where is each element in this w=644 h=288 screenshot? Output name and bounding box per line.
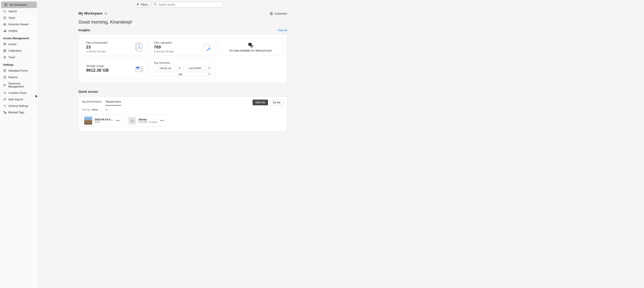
more-icon[interactable]: •••: [160, 119, 164, 123]
insights-title: Insights: [78, 29, 90, 32]
svg-rect-15: [4, 50, 4, 51]
insights-header: Insights View all: [78, 29, 287, 32]
tabs: My pinned itemsShared items: [82, 99, 121, 106]
sort-direction-icon[interactable]: [105, 108, 108, 111]
content: My Workspace Customize Good morning, Kir…: [38, 9, 325, 139]
sidebar-item-insights[interactable]: Insights: [0, 28, 38, 34]
info-icon[interactable]: [104, 12, 107, 15]
collections-icon: [3, 49, 6, 53]
folder-icon: [128, 117, 136, 125]
more-icon[interactable]: •••: [116, 119, 120, 123]
view-all-link[interactable]: View all: [278, 29, 287, 32]
insight-delivery: No Data Available for deliveryCount: [218, 38, 283, 56]
main-area: Filters My Workspace Customize: [38, 0, 644, 288]
search-box[interactable]: [152, 2, 223, 7]
svg-rect-49: [135, 70, 143, 72]
tab-my-pinned-items[interactable]: My pinned items: [82, 99, 102, 106]
sidebar-item-my-workspace[interactable]: My Workspace: [1, 2, 37, 8]
sidebar-item-tasks[interactable]: Tasks: [0, 15, 38, 21]
sidebar-item-trash[interactable]: Trash: [0, 54, 38, 61]
toggle-by-me[interactable]: By Me: [270, 100, 283, 105]
tab-shared-items[interactable]: Shared items: [106, 99, 121, 106]
sidebar-item-search[interactable]: Search: [0, 8, 38, 15]
search-tag[interactable]: jpg3: [154, 72, 212, 76]
taxonomy-icon: [3, 83, 6, 87]
svg-rect-0: [5, 4, 7, 6]
tabs-row: My pinned itemsShared items With MeBy Me: [82, 99, 283, 106]
gear-icon: [3, 104, 6, 108]
tag-count: 3: [207, 66, 212, 70]
chevron-down-icon[interactable]: [100, 109, 102, 111]
tag-count: 4: [177, 66, 182, 70]
tasks-icon: [3, 16, 6, 20]
sidebar-item-collections[interactable]: Collections: [0, 48, 38, 54]
sidebar-item-label: Taxonomy Management: [8, 82, 35, 88]
sort-value[interactable]: Name: [92, 108, 98, 111]
insights-panel: Files Downloaded 23 in the last 30 days …: [78, 34, 287, 83]
search-input[interactable]: [158, 3, 221, 6]
item-card[interactable]: disneyFOLDER · 4 ITEMS•••: [126, 115, 166, 127]
sidebar-item-taxonomy-management[interactable]: Taxonomy Management: [0, 80, 38, 90]
thumbnail-image: [84, 117, 92, 125]
sidebar-item-blocked-tags[interactable]: Blocked Tags: [0, 109, 38, 116]
sidebar-item-label: My Workspace: [10, 3, 27, 6]
insight-sublabel: in the last 30 days: [86, 50, 107, 53]
svg-point-51: [142, 71, 142, 71]
sidebar-item-bulk-imports[interactable]: Bulk Imports: [0, 96, 38, 103]
no-data-icon: [248, 42, 253, 48]
sidebar-item-assets[interactable]: Assets: [0, 41, 38, 48]
svg-rect-11: [4, 30, 5, 32]
page-title: My Workspace: [78, 12, 107, 16]
sort-label: Sort by: [82, 108, 90, 111]
sidebar-section-title: Settings: [0, 61, 38, 67]
customize-button[interactable]: Customize: [270, 12, 287, 15]
svg-rect-18: [5, 51, 6, 52]
quick-access-title: Quick access: [78, 90, 287, 93]
svg-point-40: [106, 13, 106, 13]
quick-access-panel: My pinned itemsShared items With MeBy Me…: [78, 97, 287, 132]
sidebar-item-label: Trash: [8, 56, 15, 59]
tag-label: user-folders: [184, 66, 207, 70]
assets-icon: [3, 43, 6, 46]
item-meta: JPEG: [94, 121, 114, 123]
svg-rect-48: [136, 67, 140, 68]
sidebar-item-label: Tasks: [8, 16, 15, 19]
svg-rect-17: [4, 51, 4, 52]
download-icon: [134, 42, 144, 52]
item-card[interactable]: 2023-04-14 05.1…JPEG•••: [82, 115, 122, 127]
sidebar-item-label: Search: [8, 10, 17, 13]
recent-icon: [3, 23, 6, 26]
search-tag[interactable]: user-folders3: [184, 66, 212, 70]
sidebar-item-label: Metadata Forms: [8, 69, 28, 72]
search-tag[interactable]: classic car4: [154, 66, 182, 70]
topbar: Filters: [38, 0, 644, 9]
page-title-text: My Workspace: [78, 12, 102, 16]
sidebar-item-reports[interactable]: Reports: [0, 74, 38, 80]
customize-label: Customize: [274, 12, 287, 15]
svg-line-4: [5, 12, 6, 13]
insight-sublabel: in the last 30 days: [154, 50, 174, 53]
sidebar-item-creative-cloud[interactable]: Creative Cloud: [0, 90, 38, 96]
insight-value: 9612.38 GB: [86, 68, 109, 73]
insight-value: 23: [86, 45, 107, 50]
storage-icon: [134, 65, 144, 73]
insight-label: Top Searches: [154, 61, 170, 64]
sidebar-item-general-settings[interactable]: General Settings: [0, 103, 38, 109]
svg-point-32: [4, 106, 5, 106]
toggle-with-me[interactable]: With Me: [252, 100, 268, 105]
sidebar-item-label: Blocked Tags: [8, 111, 24, 114]
sidebar: My WorkspaceSearchTasksRecently ViewedIn…: [0, 0, 38, 288]
sidebar-item-label: Collections: [8, 49, 22, 52]
filter-icon: [136, 3, 139, 6]
sidebar-item-recently-viewed[interactable]: Recently Viewed: [0, 21, 38, 28]
search-icon: [3, 10, 6, 13]
sidebar-item-metadata-forms[interactable]: Metadata Forms: [0, 67, 38, 74]
greeting: Good morning, Kirandeep!: [78, 19, 287, 25]
tag-label: jpg: [154, 72, 207, 76]
workspace-icon: [4, 3, 8, 7]
svg-point-41: [271, 13, 272, 14]
filters-label: Filters: [140, 3, 148, 6]
filters-button[interactable]: Filters: [134, 2, 150, 7]
sidebar-item-label: Reports: [8, 76, 18, 79]
insight-downloads: Files Downloaded 23 in the last 30 days: [82, 38, 148, 56]
